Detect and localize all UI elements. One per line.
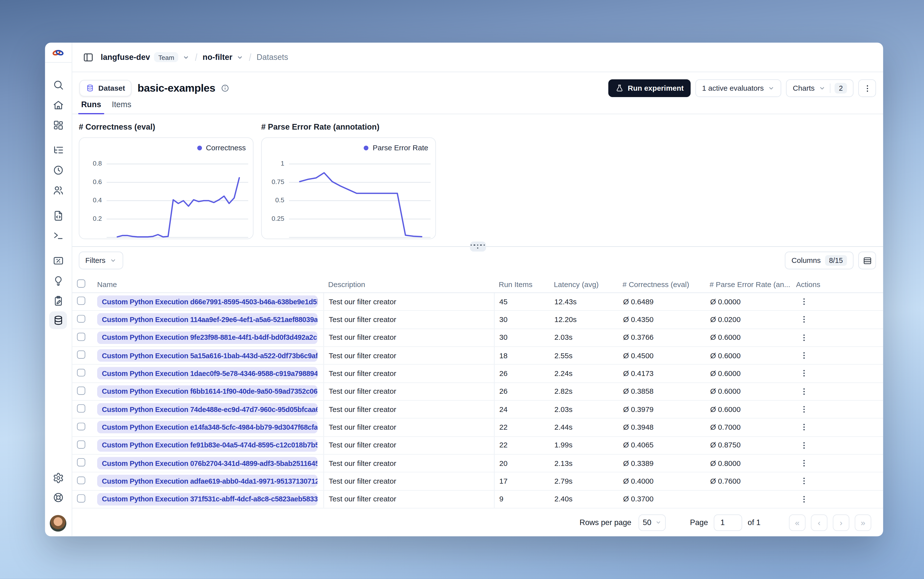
- run-name-link[interactable]: Custom Python Execution 9fe23f98-881e-44…: [97, 331, 318, 344]
- row-actions-button[interactable]: [796, 348, 811, 363]
- row-actions-button[interactable]: [796, 384, 811, 399]
- sidebar-item-users[interactable]: [49, 181, 67, 199]
- page-number-input[interactable]: [714, 514, 742, 531]
- run-name-link[interactable]: Custom Python Execution 5a15a616-1bab-44…: [97, 349, 318, 362]
- sidebar-item-sessions[interactable]: [49, 161, 67, 178]
- row-actions-button[interactable]: [796, 474, 811, 488]
- column-header-correctness[interactable]: # Correctness (eval): [618, 280, 705, 289]
- table-row: Custom Python Execution 114aa9ef-29e6-4e…: [72, 311, 883, 329]
- sidebar-item-search[interactable]: [49, 76, 67, 93]
- column-header-latency[interactable]: Latency (avg): [550, 280, 619, 289]
- file-code-icon: [52, 210, 64, 221]
- columns-button[interactable]: Columns 8/15: [785, 252, 854, 269]
- row-actions-button[interactable]: [796, 438, 811, 453]
- row-checkbox[interactable]: [77, 351, 85, 358]
- filters-label: Filters: [85, 256, 105, 265]
- run-items-count: 18: [495, 351, 549, 360]
- run-name-link[interactable]: Custom Python Execution d66e7991-8595-45…: [97, 295, 318, 308]
- sidebar-item-playground[interactable]: [49, 226, 67, 244]
- run-latency: 2.79s: [550, 477, 619, 486]
- row-checkbox[interactable]: [77, 440, 85, 448]
- sidebar-item-prompts[interactable]: [49, 206, 67, 224]
- sidebar-item-tracing[interactable]: [49, 141, 67, 159]
- run-name-link[interactable]: Custom Python Execution 371f531c-abff-4d…: [97, 493, 318, 505]
- run-name-link[interactable]: Custom Python Execution 1daec0f9-5e78-43…: [97, 367, 318, 379]
- columns-count-badge: 8/15: [825, 255, 847, 266]
- background-wallpaper: langfuse-dev Team / no-filter / Datasets: [0, 0, 924, 579]
- chart-title: # Correctness (eval): [79, 123, 254, 132]
- run-name-link[interactable]: Custom Python Execution 74de488e-ec9d-47…: [97, 403, 318, 415]
- sidebar-item-datasets[interactable]: [49, 311, 67, 329]
- run-parse-error: Ø 0.6000: [705, 369, 792, 378]
- sidebar-item-settings[interactable]: [49, 469, 67, 487]
- run-correctness: Ø 0.4173: [618, 369, 705, 378]
- run-name-link[interactable]: Custom Python Execution fe91b83e-04a5-47…: [97, 439, 318, 451]
- charts-toggle-button[interactable]: Charts 2: [786, 79, 854, 97]
- tab-items[interactable]: Items: [112, 100, 131, 114]
- user-avatar[interactable]: [50, 515, 66, 532]
- row-checkbox[interactable]: [77, 333, 85, 340]
- row-checkbox[interactable]: [77, 404, 85, 412]
- row-checkbox[interactable]: [77, 315, 85, 323]
- svg-text:0.75: 0.75: [272, 178, 284, 185]
- column-header-name[interactable]: Name: [93, 280, 324, 289]
- column-header-run-items[interactable]: Run Items: [495, 280, 549, 289]
- next-page-button[interactable]: ›: [833, 514, 849, 531]
- row-actions-button[interactable]: [796, 295, 811, 309]
- active-evaluators-button[interactable]: 1 active evaluators: [695, 79, 781, 97]
- sidebar-item-scores[interactable]: [49, 252, 67, 269]
- previous-page-button[interactable]: ‹: [811, 514, 827, 531]
- sidebar-item-annotation[interactable]: [49, 292, 67, 309]
- tab-runs[interactable]: Runs: [81, 100, 101, 114]
- run-correctness: Ø 0.3766: [618, 334, 705, 342]
- column-header-description[interactable]: Description: [324, 280, 495, 289]
- run-experiment-button[interactable]: Run experiment: [608, 79, 691, 97]
- row-actions-button[interactable]: [796, 456, 811, 470]
- run-name-link[interactable]: Custom Python Execution 076b2704-341d-48…: [97, 457, 318, 469]
- breadcrumb-org-selector[interactable]: langfuse-dev Team: [101, 52, 190, 62]
- filters-button[interactable]: Filters: [79, 252, 123, 269]
- more-actions-button[interactable]: [858, 79, 876, 97]
- row-actions-button[interactable]: [796, 312, 811, 327]
- row-checkbox[interactable]: [77, 387, 85, 394]
- run-name-link[interactable]: Custom Python Execution adfae619-abb0-4d…: [97, 475, 318, 487]
- row-actions-button[interactable]: [796, 366, 811, 381]
- sidebar-item-dashboards[interactable]: [49, 116, 67, 134]
- row-checkbox[interactable]: [77, 476, 85, 484]
- run-items-count: 22: [495, 423, 549, 432]
- column-header-actions: Actions: [792, 280, 876, 289]
- run-name-link[interactable]: Custom Python Execution f6bb1614-1f90-40…: [97, 385, 318, 397]
- run-items-count: 17: [495, 477, 549, 486]
- last-page-button[interactable]: »: [855, 514, 871, 531]
- first-page-button[interactable]: «: [789, 514, 805, 531]
- row-actions-button[interactable]: [796, 402, 811, 417]
- charts-count-badge: 2: [835, 83, 847, 93]
- column-header-parse-error[interactable]: # Parse Error Rate (an...: [705, 280, 792, 289]
- sidebar-item-support[interactable]: [49, 488, 67, 506]
- row-actions-button[interactable]: [796, 330, 811, 345]
- row-checkbox[interactable]: [77, 297, 85, 305]
- breadcrumb-section[interactable]: Datasets: [257, 53, 288, 62]
- sidebar-toggle-icon[interactable]: [83, 52, 93, 62]
- row-actions-button[interactable]: [796, 492, 811, 506]
- table-row: Custom Python Execution 076b2704-341d-48…: [72, 455, 883, 473]
- run-name-link[interactable]: Custom Python Execution e14fa348-5cfc-49…: [97, 421, 318, 433]
- sidebar-item-llm-judge[interactable]: [49, 272, 67, 290]
- row-checkbox[interactable]: [77, 494, 85, 502]
- run-name-link[interactable]: Custom Python Execution 114aa9ef-29e6-4e…: [97, 313, 318, 326]
- row-checkbox[interactable]: [77, 458, 85, 466]
- row-actions-button[interactable]: [796, 420, 811, 435]
- table-row: Custom Python Execution 371f531c-abff-4d…: [72, 491, 883, 509]
- select-all-checkbox[interactable]: [77, 280, 85, 288]
- row-height-button[interactable]: [858, 252, 876, 269]
- chevron-down-icon: [110, 257, 117, 264]
- row-checkbox[interactable]: [77, 422, 85, 430]
- sidebar-item-home[interactable]: [49, 96, 67, 114]
- tab-bar: Runs Items: [72, 98, 883, 114]
- row-checkbox[interactable]: [77, 369, 85, 376]
- kebab-icon: [863, 84, 872, 93]
- rows-per-page-select[interactable]: 50: [639, 514, 666, 531]
- breadcrumb-project-selector[interactable]: no-filter: [203, 53, 244, 62]
- info-icon[interactable]: [221, 84, 229, 92]
- resize-grip-handle[interactable]: [470, 242, 486, 252]
